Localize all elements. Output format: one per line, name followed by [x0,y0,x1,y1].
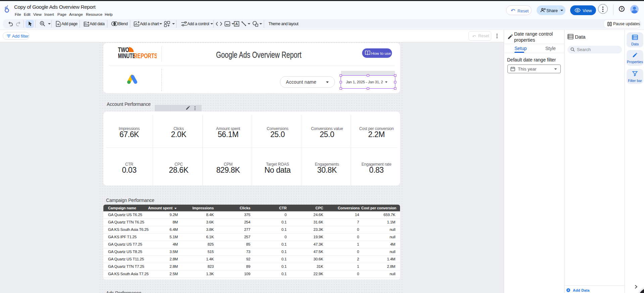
svg-text:REPORTS: REPORTS [134,52,157,59]
svg-text:A: A [235,22,238,26]
svg-text:MINUTE: MINUTE [118,52,136,59]
